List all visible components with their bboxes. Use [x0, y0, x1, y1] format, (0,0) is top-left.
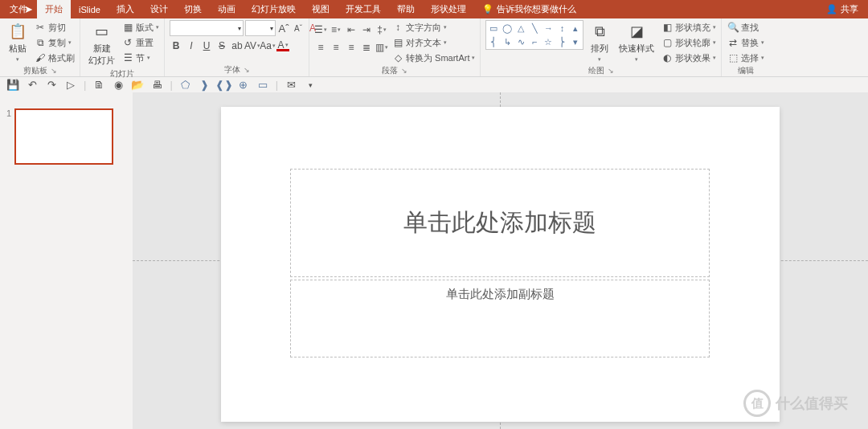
shape-gallery[interactable]: ▭ ◯ △ ╲ → ↕ ▴ ⎨ ↳ ∿ ⌐ ☆ ⎬ ▾ — [485, 20, 583, 50]
tab-home[interactable]: 开始 — [37, 0, 71, 18]
start-from-beginning-icon[interactable]: ▷ — [64, 79, 77, 92]
smartart-button[interactable]: ◇ 转换为 SmartArt — [391, 51, 475, 65]
curve-shape-icon[interactable]: ∿ — [515, 36, 526, 47]
paste-button[interactable]: 📋 粘贴 ▾ — [5, 20, 31, 64]
decrease-indent-icon[interactable]: ⇤ — [345, 23, 358, 36]
format-painter-button[interactable]: 🖌 格式刷 — [34, 51, 75, 65]
new-slide-button[interactable]: ▭ 新建 幻灯片 — [85, 20, 118, 68]
triangle-shape-icon[interactable]: △ — [515, 22, 526, 34]
lbrace-shape-icon[interactable]: ⎨ — [488, 36, 499, 47]
section-button[interactable]: ☰ 节 — [121, 51, 159, 65]
find-button[interactable]: 🔍 查找 — [727, 20, 764, 35]
arrow-shape-icon[interactable]: → — [542, 22, 554, 34]
tab-animations[interactable]: 动画 — [210, 0, 244, 18]
select-button[interactable]: ⬚ 选择 — [727, 51, 764, 65]
paste-label: 粘贴 — [9, 43, 27, 55]
smartart-icon: ◇ — [391, 51, 404, 64]
elbow-shape-icon[interactable]: ⌐ — [529, 36, 540, 47]
section-label: 节 — [136, 52, 145, 64]
line-spacing-icon[interactable]: ‡ — [375, 23, 388, 36]
font-launcher-icon[interactable]: ↘ — [244, 66, 250, 74]
gallery-up-icon[interactable]: ▴ — [570, 22, 581, 34]
new-file-icon[interactable]: 🗎 — [92, 79, 105, 92]
oval-shape-icon[interactable]: ◯ — [502, 22, 513, 34]
bullets-icon[interactable]: ☰ — [314, 23, 327, 36]
text-shadow-icon[interactable]: ab — [231, 39, 244, 52]
underline-icon[interactable]: U — [200, 39, 213, 52]
arrange-label: 排列 — [591, 43, 608, 55]
tab-transitions[interactable]: 切换 — [176, 0, 210, 18]
align-right-icon[interactable]: ≡ — [345, 41, 358, 54]
quick-styles-button[interactable]: ◪ 快速样式 ▾ — [616, 20, 657, 64]
increase-font-icon[interactable]: Aˆ — [277, 22, 290, 35]
font-name-select[interactable]: ▾ — [170, 20, 244, 36]
columns-icon[interactable]: ▥ — [375, 41, 388, 54]
align-center-icon[interactable]: ≡ — [330, 41, 342, 54]
strikethrough-icon[interactable]: S — [215, 39, 228, 52]
star-shape-icon[interactable]: ☆ — [542, 36, 554, 47]
change-case-icon[interactable]: Aa — [261, 39, 274, 52]
drawing-launcher-icon[interactable]: ↘ — [608, 67, 614, 75]
char-spacing-icon[interactable]: AV — [246, 39, 259, 52]
shape-outline-button[interactable]: ▢ 形状轮廓 — [661, 35, 716, 50]
connector-shape-icon[interactable]: ↳ — [502, 36, 513, 47]
align-text-button[interactable]: ▤ 对齐文本 — [391, 35, 475, 50]
slide[interactable]: 单击此处添加标题 单击此处添加副标题 — [221, 107, 780, 422]
layout-button[interactable]: ▦ 版式 — [121, 20, 159, 35]
add-shape-icon[interactable]: ⊕ — [237, 79, 250, 92]
tab-slideshow[interactable]: 幻灯片放映 — [244, 0, 304, 18]
line-shape-icon[interactable]: ╲ — [529, 22, 540, 34]
open-file-icon[interactable]: 📂 — [131, 79, 144, 92]
paragraph-launcher-icon[interactable]: ↘ — [401, 67, 407, 75]
tab-help[interactable]: 帮助 — [389, 0, 423, 18]
replace-button[interactable]: ⇄ 替换 — [727, 35, 764, 50]
font-size-select[interactable]: ▾ — [245, 20, 276, 36]
clipboard-launcher-icon[interactable]: ↘ — [51, 67, 57, 75]
justify-icon[interactable]: ≣ — [360, 41, 373, 54]
arrange-button[interactable]: ⧉ 排列 ▾ — [587, 20, 612, 64]
rounded-rect-icon[interactable]: ▭ — [256, 79, 269, 92]
right-brace-icon[interactable]: ❱ — [199, 79, 211, 92]
text-direction-button[interactable]: ↕ 文字方向 — [391, 20, 475, 35]
shape-fill-button[interactable]: ◧ 形状填充 — [661, 20, 716, 35]
double-brace-icon[interactable]: ❰❱ — [218, 79, 231, 92]
reset-button[interactable]: ↺ 重置 — [121, 35, 159, 50]
cut-button[interactable]: ✂ 剪切 — [34, 20, 75, 35]
tab-file[interactable]: 文件 — [0, 0, 37, 18]
numbering-icon[interactable]: ≡ — [330, 23, 342, 36]
rbrace-shape-icon[interactable]: ⎬ — [556, 36, 567, 47]
gallery-more-icon[interactable]: ▾ — [570, 36, 581, 47]
save-icon[interactable]: 💾 — [6, 79, 19, 92]
shape-effects-button[interactable]: ◐ 形状效果 — [661, 51, 716, 65]
title-placeholder[interactable]: 单击此处添加标题 — [290, 169, 710, 277]
undo-icon[interactable]: ↶ — [26, 79, 39, 92]
share-button[interactable]: 👤 共享 — [817, 3, 868, 15]
tab-design[interactable]: 设计 — [142, 0, 176, 18]
tell-me-search[interactable]: 💡 告诉我你想要做什么 — [482, 3, 576, 15]
thumbnail-pane[interactable]: 1 — [0, 92, 133, 429]
rect-shape-icon[interactable]: ▭ — [488, 22, 499, 34]
tab-view[interactable]: 视图 — [304, 0, 338, 18]
updown-arrow-icon[interactable]: ↕ — [556, 22, 567, 34]
italic-icon[interactable]: I — [185, 39, 198, 52]
redo-icon[interactable]: ↷ — [45, 79, 58, 92]
increase-indent-icon[interactable]: ⇥ — [360, 23, 373, 36]
bold-icon[interactable]: B — [170, 39, 182, 52]
tab-islide[interactable]: iSlide — [71, 0, 108, 18]
customize-qat-icon[interactable]: ▾ — [304, 79, 317, 92]
touch-mode-icon[interactable]: ◉ — [112, 79, 125, 92]
subtitle-placeholder[interactable]: 单击此处添加副标题 — [290, 280, 710, 358]
font-color-icon[interactable]: A — [276, 40, 289, 51]
slide-canvas[interactable]: 单击此处添加标题 单击此处添加副标题 — [133, 92, 868, 429]
email-icon[interactable]: ✉ — [285, 79, 297, 92]
quick-print-icon[interactable]: 🖶 — [150, 79, 163, 92]
tab-insert[interactable]: 插入 — [108, 0, 142, 18]
pentagon-icon[interactable]: ⬠ — [179, 79, 192, 92]
text-direction-icon: ↕ — [391, 21, 404, 34]
align-left-icon[interactable]: ≡ — [314, 41, 327, 54]
copy-button[interactable]: ⧉ 复制 — [34, 35, 75, 50]
slide-thumbnail-1[interactable] — [14, 108, 113, 165]
decrease-font-icon[interactable]: Aˇ — [292, 22, 305, 35]
tab-shape-processing[interactable]: 形状处理 — [423, 0, 474, 18]
tab-developer[interactable]: 开发工具 — [338, 0, 389, 18]
